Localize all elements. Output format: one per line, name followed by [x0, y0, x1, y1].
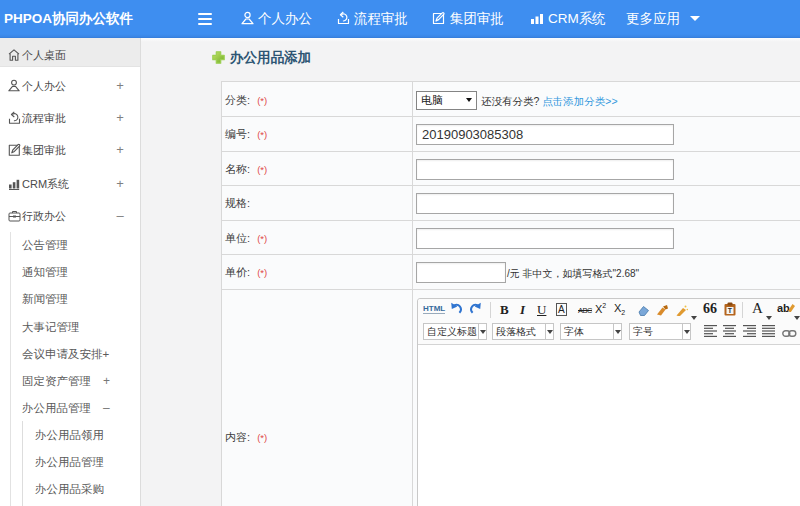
svg-text:T: T — [728, 307, 733, 314]
